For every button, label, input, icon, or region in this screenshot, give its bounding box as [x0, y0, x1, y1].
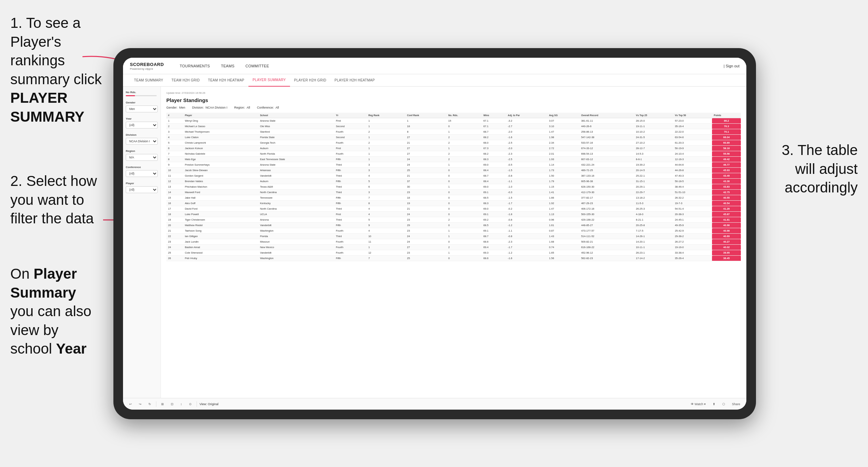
nav-tournaments[interactable]: TOURNAMENTS [174, 58, 215, 74]
table-row[interactable]: 21Taehoon SongWashingtonFourth423169.1-1… [166, 228, 741, 234]
update-time: Update time: 27/03/2024 16:56:26 [166, 91, 741, 94]
table-cell: 7 [367, 256, 405, 261]
table-cell: 23 [166, 239, 183, 245]
toolbar-share[interactable]: Share [730, 401, 742, 407]
table-row[interactable]: 10Jacob Stew-DiewanArkansasFifth325068.4… [166, 168, 741, 173]
nav-teams[interactable]: TEAMS [215, 58, 240, 74]
table-cell: 17 [166, 206, 183, 212]
points-cell: 40.98 [712, 228, 741, 234]
table-row[interactable]: 23Jack LundinMissouriFourth1124068.6-2.3… [166, 239, 741, 245]
table-cell: 63-54-6 [673, 135, 712, 140]
toolbar-grid[interactable]: ⊞ [159, 401, 166, 407]
sub-nav-player-h2h-heatmap[interactable]: PLAYER H2H HEATMAP [331, 74, 379, 87]
table-cell: 68.0 [482, 140, 506, 146]
table-row[interactable]: 3Michael ThorbjornsenStanfordFourth28168… [166, 129, 741, 135]
gender-select[interactable]: Men [126, 105, 158, 112]
toolbar-redo[interactable]: ↪ [137, 401, 144, 407]
table-cell: -1.0 [506, 184, 547, 190]
table-cell: Petr Hruby [183, 256, 258, 261]
sub-nav-team-h2h-grid[interactable]: TEAM H2H GRID [167, 74, 204, 87]
table-row[interactable]: 11Gordon SargentVanderbiltThird421068.7-… [166, 173, 741, 179]
table-row[interactable]: 1Wenyi DingArizona StateFirst111567.1-3.… [166, 118, 741, 124]
table-cell: 6 [367, 184, 405, 190]
toolbar-refresh[interactable]: ↻ [146, 401, 153, 407]
table-cell: 1.13 [547, 212, 579, 217]
player-select[interactable]: (All) [126, 186, 158, 193]
table-row[interactable]: 24Bastien AmatNew MexicoFourth127269.4-1… [166, 245, 741, 250]
toolbar-expand[interactable]: ↕ [178, 401, 184, 407]
table-row[interactable]: 19Tiger ChristensenArizonaThird523269.2-… [166, 217, 741, 223]
table-row[interactable]: 17David FordNorth CarolinaThird421069.0-… [166, 206, 741, 212]
table-row[interactable]: 20Matthew RiedelVanderbiltFifth929068.5-… [166, 223, 741, 228]
toolbar-share-icon[interactable]: ⬡ [720, 401, 727, 407]
toolbar-layout[interactable]: ⊡ [169, 401, 176, 407]
table-cell: Fifth [334, 157, 366, 162]
points-cell: 86.2 [712, 118, 741, 124]
table-cell: Auburn [258, 179, 334, 184]
table-cell: 1 [367, 157, 405, 162]
table-row[interactable]: 4Luke ClatonFlorida StateSecond127268.2-… [166, 135, 741, 140]
table-cell: 27-10-2 [634, 140, 673, 146]
step4-bold2: Year [56, 341, 87, 357]
table-cell: Third [334, 173, 366, 179]
region-select[interactable]: N/A [126, 154, 158, 161]
sub-nav-player-h2h-grid[interactable]: PLAYER H2H GRID [290, 74, 331, 87]
table-row[interactable]: 9Preston SummerhaysArizona StateThird324… [166, 162, 741, 168]
division-select[interactable]: NCAA Division I [126, 138, 158, 145]
sub-nav-team-summary[interactable]: TEAM SUMMARY [130, 74, 167, 87]
table-cell: 1.73 [547, 168, 579, 173]
table-row[interactable]: 8Mats EgeEast Tennessee StateFifth124268… [166, 157, 741, 162]
step3-text: The table will adjust accordingly [785, 142, 858, 196]
table-row[interactable]: 25Cole SherwoodVanderbiltFourth1223169.3… [166, 250, 741, 256]
table-cell: Preston Summerhays [183, 162, 258, 168]
toolbar-settings[interactable]: ⊙ [187, 401, 194, 407]
sub-nav-player-summary[interactable]: PLAYER SUMMARY [248, 74, 290, 87]
table-cell: 17-14-2 [634, 256, 673, 261]
table-row[interactable]: 2Michael Le SassoOle MissSecond118067.1-… [166, 124, 741, 129]
table-row[interactable]: 15Jake HallTennesseeFifth718068.5-1.51.6… [166, 195, 741, 201]
no-rds-label: No Rds. [126, 91, 158, 94]
sign-out-link[interactable]: | Sign out [724, 64, 739, 68]
table-cell: 12 [166, 179, 183, 184]
table-row[interactable]: 6Jackson KoivunAuburnFirst127167.3-2.02.… [166, 146, 741, 151]
table-cell: 9 [166, 162, 183, 168]
table-row[interactable]: 18Luke PowellUCLAFirst424069.1-1.81.1350… [166, 212, 741, 217]
table-cell: -0.8 [506, 234, 547, 239]
table-row[interactable]: 5Christo LamprechtGeorgia TechFourth2212… [166, 140, 741, 146]
table-cell: Fourth [334, 228, 366, 234]
table-row[interactable]: 12Brendan ValdesAuburnFifth537068.4-1.11… [166, 179, 741, 184]
tablet-device: SCOREBOARD Powered by clipp'd TOURNAMENT… [113, 48, 756, 419]
table-row[interactable]: 26Petr HrubyWashingtonFifth725068.6-1.61… [166, 256, 741, 261]
table-cell: Maxwell Ford [183, 190, 258, 195]
table-cell: 3 [367, 190, 405, 195]
toolbar-undo[interactable]: ↩ [127, 401, 134, 407]
table-cell: 1 [446, 234, 481, 239]
table-row[interactable]: 14Maxwell FordNorth CarolinaThird323069.… [166, 190, 741, 195]
table-cell: 20-14-5 [634, 168, 673, 173]
conference-select[interactable]: (All) [126, 170, 158, 177]
table-cell: East Tennessee State [258, 157, 334, 162]
table-cell: Washington [258, 228, 334, 234]
table-row[interactable]: 13Phichaksn MaichonTexas A&MThird630169.… [166, 184, 741, 190]
year-select[interactable]: (All) [126, 122, 158, 129]
table-cell: 628-150-30 [579, 184, 634, 190]
table-row[interactable]: 22Ian GilliganFloridaThird1024168.7-0.81… [166, 234, 741, 239]
table-row[interactable]: 7Nicholas GabrieleNorth FloridaFourth127… [166, 151, 741, 157]
toolbar-watch[interactable]: 👁 Watch ▾ [689, 401, 708, 407]
instruction-step4: On Player Summary you can also view by s… [3, 258, 110, 365]
table-cell: Fifth [334, 195, 366, 201]
step2-text: Select how you want to filter the data [10, 173, 97, 226]
col-player: Player [183, 113, 258, 118]
col-avg-sg: Avg SG [547, 113, 579, 118]
toolbar-export[interactable]: ⬆ [711, 401, 717, 407]
table-cell: 509-82-21 [579, 239, 634, 245]
table-cell: 29 [405, 223, 447, 228]
table-row[interactable]: 16Alex GoffKentuckyFifth819068.3-1.71.92… [166, 201, 741, 206]
table-cell: 14-5-3 [634, 151, 673, 157]
sub-nav-team-h2h-heatmap[interactable]: TEAM H2H HEATMAP [204, 74, 248, 87]
table-cell: 69.4 [482, 245, 506, 250]
table-cell: -2.0 [506, 146, 547, 151]
table-cell: -2.7 [506, 124, 547, 129]
nav-committee[interactable]: COMMITTEE [240, 58, 275, 74]
table-cell: Fifth [334, 201, 366, 206]
